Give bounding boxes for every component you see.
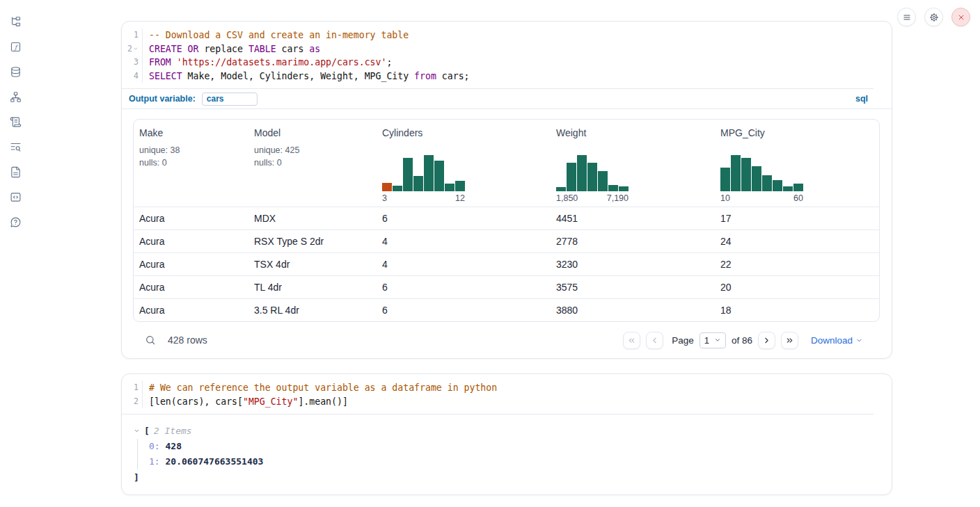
sql-code-editor[interactable]: 1-- Download a CSV and create an in-memo…: [122, 22, 892, 88]
column-stat: unique: 425: [254, 145, 371, 157]
code-text: SELECT Make, Model, Cylinders, Weight, M…: [143, 70, 470, 83]
table-cell: Acura: [134, 207, 248, 230]
python-code-editor[interactable]: 1# We can reference the output variable …: [122, 374, 892, 414]
shutdown-button[interactable]: [951, 8, 970, 26]
items-count-label: 2 Items: [154, 426, 192, 436]
sidebar-item-dependency-graph[interactable]: [9, 91, 22, 103]
sidebar-item-file-explorer[interactable]: [9, 16, 22, 28]
chevron-right-icon: [762, 336, 771, 345]
sql-cell: 1-- Download a CSV and create an in-memo…: [121, 21, 892, 359]
histogram-bar: [403, 158, 413, 191]
table-cell: 4: [377, 253, 551, 275]
fold-chevron-icon[interactable]: [133, 46, 139, 51]
sidebar-item-scratchpad[interactable]: [9, 116, 22, 128]
sidebar: ƒ: [0, 0, 31, 228]
code-line: 2CREATE OR replace TABLE cars as: [122, 42, 892, 56]
column-stat: nulls: 0: [139, 157, 243, 170]
page-label: Page: [672, 335, 694, 346]
table-cell: 3575: [551, 276, 715, 298]
table-cell: 4: [377, 230, 551, 252]
table-row[interactable]: AcuraTL 4dr6357520: [134, 275, 879, 298]
line-number: 1: [122, 381, 143, 395]
menu-button[interactable]: [897, 8, 916, 26]
column-header-weight: Weight 1,8507,190: [551, 120, 715, 207]
sidebar-item-documentation[interactable]: [9, 166, 22, 178]
search-icon: [145, 335, 156, 346]
sidebar-item-datasources[interactable]: [9, 66, 22, 78]
dependency-graph-icon: [10, 91, 22, 103]
chevron-down-icon: [855, 337, 863, 344]
table-cell: 6: [377, 276, 551, 298]
download-label: Download: [811, 335, 853, 346]
code-line: 1-- Download a CSV and create an in-memo…: [122, 29, 892, 42]
code-line: 1# We can reference the output variable …: [122, 381, 892, 395]
cylinders-histogram: 312: [382, 155, 545, 203]
document-icon: [10, 166, 22, 178]
page-select[interactable]: 1: [700, 332, 726, 348]
line-number: 4: [122, 70, 143, 83]
table-cell: 17: [715, 207, 879, 230]
chevron-down-icon: [134, 428, 140, 434]
histogram-bar: [577, 155, 587, 191]
sidebar-item-functions[interactable]: ƒ: [9, 41, 22, 53]
notebook: 1-- Download a CSV and create an in-memo…: [121, 0, 892, 495]
table-cell: RSX Type S 2dr: [248, 230, 377, 252]
table-cell: 3.5 RL 4dr: [248, 299, 377, 321]
output-variable-row: Output variable: sql: [122, 89, 892, 109]
line-number: 1: [122, 29, 143, 42]
python-output-tree: [ 2 Items 0: 428 1: 20.060747663551403 ]: [122, 415, 892, 494]
mpg-city-histogram: 1060: [720, 155, 874, 203]
settings-button[interactable]: [924, 8, 943, 26]
last-page-button[interactable]: [781, 332, 798, 349]
table-cell: TL 4dr: [248, 276, 377, 298]
code-text: CREATE OR replace TABLE cars as: [143, 42, 320, 56]
row-count: 428 rows: [168, 335, 207, 346]
chevron-down-icon: [714, 337, 721, 344]
open-bracket: [: [144, 426, 150, 436]
table-cell: 3230: [551, 253, 715, 275]
download-button[interactable]: Download: [811, 335, 863, 346]
table-row[interactable]: Acura3.5 RL 4dr6388018: [134, 298, 879, 321]
histogram-bar: [382, 183, 392, 191]
histogram-bar: [598, 171, 608, 191]
previous-page-button[interactable]: [646, 332, 663, 349]
table-cell: 20: [715, 276, 879, 298]
sidebar-item-help[interactable]: [9, 216, 22, 228]
table-row[interactable]: AcuraMDX6445117: [134, 207, 879, 230]
chevron-left-icon: [650, 336, 659, 345]
next-page-button[interactable]: [758, 332, 775, 349]
table-search-button[interactable]: [145, 335, 156, 346]
collapse-toggle[interactable]: [134, 428, 140, 434]
table-row[interactable]: AcuraTSX 4dr4323022: [134, 252, 879, 275]
histogram-bar: [434, 161, 444, 191]
svg-text:ƒ: ƒ: [13, 44, 18, 51]
function-icon: ƒ: [10, 41, 22, 53]
line-number: 3: [122, 56, 143, 70]
table-cell: MDX: [248, 207, 377, 230]
table-header-row: Make unique: 38 nulls: 0 Model unique: 4…: [134, 120, 879, 207]
close-bracket: ]: [134, 471, 880, 485]
sidebar-item-snippets[interactable]: [9, 191, 22, 203]
column-header-cylinders: Cylinders 312: [377, 120, 551, 207]
histogram-bars: [382, 155, 465, 191]
first-page-button[interactable]: [623, 332, 640, 349]
table-cell: 6: [377, 299, 551, 321]
menu-icon: [902, 13, 912, 22]
histogram-bar: [783, 186, 793, 191]
table-row[interactable]: AcuraRSX Type S 2dr4277824: [134, 230, 879, 252]
column-header-model: Model unique: 425 nulls: 0: [248, 120, 377, 207]
output-variable-input[interactable]: [202, 92, 258, 106]
gear-icon: [929, 13, 939, 22]
histogram-bar: [556, 187, 566, 191]
output-variable-label: Output variable:: [129, 94, 196, 104]
table-cell: Acura: [134, 299, 248, 321]
histogram-bars: [556, 155, 629, 191]
table-cell: 3880: [551, 299, 715, 321]
table-cell: 6: [377, 207, 551, 230]
histogram-bar: [413, 176, 423, 191]
file-tree-icon: [10, 16, 22, 28]
page-total-label: of 86: [732, 335, 752, 346]
sidebar-item-logs[interactable]: [9, 141, 22, 153]
column-stat: unique: 38: [139, 145, 243, 157]
histogram-bar: [424, 155, 434, 191]
